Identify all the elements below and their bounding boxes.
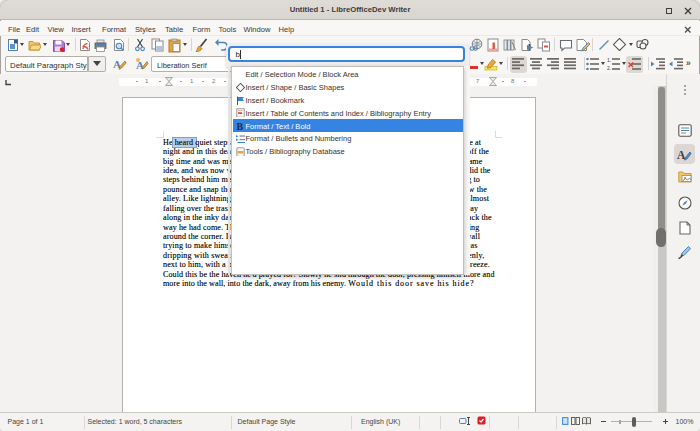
svg-text:B: B xyxy=(236,121,243,130)
svg-text:2.: 2. xyxy=(607,65,611,70)
svg-text:A: A xyxy=(677,149,686,161)
svg-text:1.: 1. xyxy=(607,58,611,63)
svg-text:A: A xyxy=(136,59,144,71)
